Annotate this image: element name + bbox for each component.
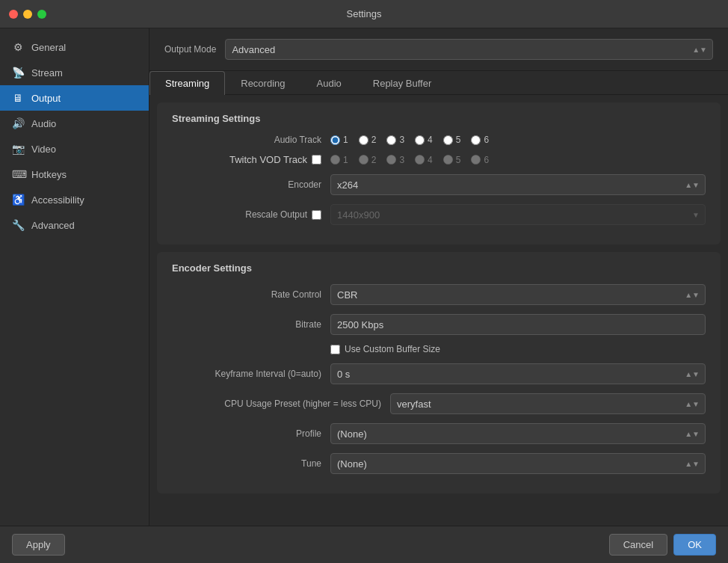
rescale-output-select-wrapper: 1920x1080 1440x900 1280x720 ▼	[330, 204, 706, 225]
sidebar-item-audio[interactable]: 🔊 Audio	[0, 111, 149, 136]
audio-icon: 🔊	[12, 117, 24, 129]
stream-icon: 📡	[12, 67, 24, 79]
custom-buffer-row: Use Custom Buffer Size	[172, 344, 706, 354]
rescale-output-label-group: Rescale Output	[172, 209, 321, 220]
profile-select[interactable]: (None) baseline main high	[330, 423, 706, 444]
audio-track-radio-group: 1 2 3 4	[330, 135, 489, 145]
main-layout: ⚙ General 📡 Stream 🖥 Output 🔊 Audio 📷 Vi…	[0, 28, 728, 526]
rescale-output-row: Rescale Output 1920x1080 1440x900 1280x7…	[172, 204, 706, 225]
cpu-preset-select[interactable]: ultrafast superfast veryfast faster fast…	[390, 393, 706, 414]
traffic-lights	[9, 10, 46, 19]
custom-buffer-checkbox[interactable]	[330, 345, 340, 354]
sidebar-label-stream: Stream	[31, 67, 63, 79]
output-mode-select-wrapper: Simple Advanced ▲▼	[225, 39, 713, 60]
output-mode-label: Output Mode	[164, 44, 216, 55]
custom-buffer-checkbox-item[interactable]: Use Custom Buffer Size	[330, 344, 440, 354]
tune-select-wrapper: (None) film animation grain stillimage f…	[330, 453, 706, 474]
streaming-settings-title: Streaming Settings	[172, 113, 706, 124]
sidebar-label-general: General	[31, 42, 66, 53]
hotkeys-icon: ⌨	[12, 168, 24, 180]
cpu-preset-label: CPU Usage Preset (higher = less CPU)	[172, 399, 381, 409]
keyframe-interval-select[interactable]: 0 s 1 s 2 s	[330, 363, 706, 384]
sidebar-item-video[interactable]: 📷 Video	[0, 136, 149, 161]
settings-scroll: Streaming Settings Audio Track 1 2	[149, 95, 728, 526]
tune-row: Tune (None) film animation grain stillim…	[172, 453, 706, 474]
ok-button[interactable]: OK	[673, 534, 716, 556]
audio-track-2[interactable]: 2	[359, 135, 377, 145]
twitch-vod-label: Twitch VOD Track	[229, 154, 307, 165]
tabs-row: Streaming Recording Audio Replay Buffer	[149, 71, 728, 95]
accessibility-icon: ♿	[12, 194, 24, 206]
sidebar-label-output: Output	[31, 93, 61, 104]
sidebar-label-hotkeys: Hotkeys	[31, 169, 67, 180]
profile-select-wrapper: (None) baseline main high ▲▼	[330, 423, 706, 444]
twitch-vod-1: 1	[330, 155, 348, 165]
output-mode-select[interactable]: Simple Advanced	[225, 39, 713, 60]
sidebar: ⚙ General 📡 Stream 🖥 Output 🔊 Audio 📷 Vi…	[0, 28, 149, 526]
bitrate-label: Bitrate	[172, 319, 321, 330]
minimize-button[interactable]	[23, 10, 32, 19]
sidebar-item-advanced[interactable]: 🔧 Advanced	[0, 212, 149, 238]
tab-audio[interactable]: Audio	[301, 71, 357, 95]
twitch-vod-3: 3	[386, 155, 404, 165]
audio-track-1[interactable]: 1	[330, 135, 348, 145]
tab-streaming[interactable]: Streaming	[149, 71, 225, 95]
rate-control-select[interactable]: CBR VBR ABR CRF CQP	[330, 284, 706, 305]
audio-track-5[interactable]: 5	[443, 135, 461, 145]
sidebar-label-video: Video	[31, 144, 56, 155]
keyframe-interval-select-wrapper: 0 s 1 s 2 s ▲▼	[330, 363, 706, 384]
custom-buffer-label: Use Custom Buffer Size	[345, 344, 440, 354]
apply-button[interactable]: Apply	[12, 534, 65, 556]
twitch-vod-2: 2	[359, 155, 377, 165]
sidebar-item-accessibility[interactable]: ♿ Accessibility	[0, 187, 149, 212]
output-mode-bar: Output Mode Simple Advanced ▲▼	[149, 28, 728, 71]
audio-track-row: Audio Track 1 2 3	[172, 135, 706, 145]
profile-row: Profile (None) baseline main high ▲▼	[172, 423, 706, 444]
streaming-settings-section: Streaming Settings Audio Track 1 2	[157, 102, 721, 244]
keyframe-interval-label: Keyframe Interval (0=auto)	[172, 369, 321, 379]
bitrate-row: Bitrate	[172, 314, 706, 335]
audio-track-3[interactable]: 3	[386, 135, 404, 145]
close-button[interactable]	[9, 10, 18, 19]
encoder-select-wrapper: x264 x265 NVENC H.264 NVENC H.265 ▲▼	[330, 174, 706, 195]
rescale-output-checkbox[interactable]	[312, 210, 321, 220]
encoder-label: Encoder	[172, 179, 321, 190]
rate-control-row: Rate Control CBR VBR ABR CRF CQP ▲▼	[172, 284, 706, 305]
footer-left: Apply	[12, 534, 65, 556]
twitch-vod-5: 5	[443, 155, 461, 165]
advanced-icon: 🔧	[12, 219, 24, 231]
footer: Apply Cancel OK	[0, 526, 728, 563]
gear-icon: ⚙	[12, 41, 24, 53]
sidebar-item-stream[interactable]: 📡 Stream	[0, 60, 149, 85]
tab-replay-buffer[interactable]: Replay Buffer	[357, 71, 448, 95]
maximize-button[interactable]	[37, 10, 46, 19]
encoder-select[interactable]: x264 x265 NVENC H.264 NVENC H.265	[330, 174, 706, 195]
twitch-vod-4: 4	[415, 155, 433, 165]
output-icon: 🖥	[12, 92, 24, 104]
tune-select[interactable]: (None) film animation grain stillimage f…	[330, 453, 706, 474]
sidebar-item-output[interactable]: 🖥 Output	[0, 85, 149, 111]
twitch-vod-label-group: Twitch VOD Track	[172, 154, 321, 165]
audio-track-4[interactable]: 4	[415, 135, 433, 145]
twitch-vod-checkbox[interactable]	[312, 155, 321, 164]
bitrate-input[interactable]	[330, 314, 706, 335]
footer-right: Cancel OK	[609, 534, 716, 556]
titlebar: Settings	[0, 0, 728, 28]
encoder-settings-section: Encoder Settings Rate Control CBR VBR AB…	[157, 252, 721, 493]
cpu-preset-select-wrapper: ultrafast superfast veryfast faster fast…	[390, 393, 706, 414]
keyframe-interval-row: Keyframe Interval (0=auto) 0 s 1 s 2 s ▲…	[172, 363, 706, 384]
sidebar-label-advanced: Advanced	[31, 220, 75, 231]
cancel-button[interactable]: Cancel	[609, 534, 667, 556]
tab-recording[interactable]: Recording	[225, 71, 300, 95]
rescale-output-select: 1920x1080 1440x900 1280x720	[330, 204, 706, 225]
rate-control-label: Rate Control	[172, 289, 321, 300]
sidebar-label-accessibility: Accessibility	[31, 194, 84, 206]
sidebar-item-general[interactable]: ⚙ General	[0, 34, 149, 60]
audio-track-6[interactable]: 6	[471, 135, 489, 145]
sidebar-item-hotkeys[interactable]: ⌨ Hotkeys	[0, 161, 149, 187]
rescale-output-label: Rescale Output	[245, 209, 307, 220]
profile-label: Profile	[172, 428, 321, 439]
window-title: Settings	[347, 8, 382, 19]
video-icon: 📷	[12, 143, 24, 155]
sidebar-label-audio: Audio	[31, 118, 56, 129]
